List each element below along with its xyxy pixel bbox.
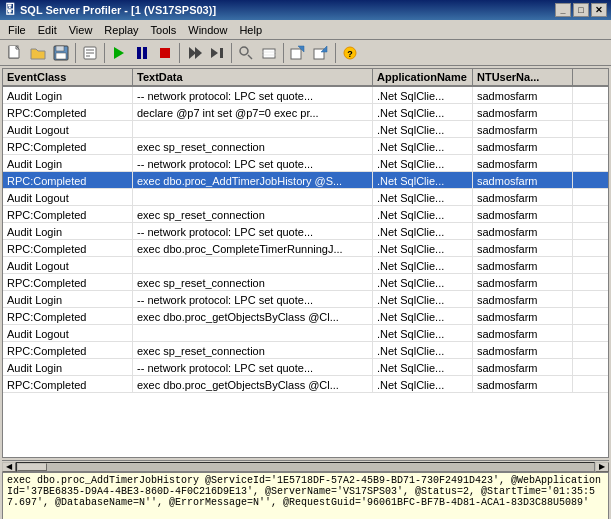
menu-help[interactable]: Help <box>233 22 268 38</box>
detail-text: exec dbo.proc_AddTimerJobHistory @Servic… <box>7 475 601 508</box>
cell-event: Audit Logout <box>3 189 133 205</box>
svg-rect-13 <box>160 48 170 58</box>
cell-user: sadmosfarm <box>473 342 573 358</box>
table-row[interactable]: Audit Logout.Net SqlClie...sadmosfarm <box>3 121 608 138</box>
cell-user: sadmosfarm <box>473 223 573 239</box>
cell-user: sadmosfarm <box>473 291 573 307</box>
cell-user: sadmosfarm <box>473 274 573 290</box>
table-row[interactable]: Audit Login-- network protocol: LPC set … <box>3 223 608 240</box>
toolbar-separator-3 <box>179 43 180 63</box>
table-row[interactable]: RPC:Completedexec dbo.proc_getObjectsByC… <box>3 308 608 325</box>
scroll-track[interactable] <box>16 462 595 472</box>
menu-window[interactable]: Window <box>182 22 233 38</box>
col-header-app[interactable]: ApplicationName <box>373 69 473 85</box>
toolbar-separator-2 <box>104 43 105 63</box>
cell-app: .Net SqlClie... <box>373 87 473 103</box>
import-toolbar-button[interactable] <box>310 42 332 64</box>
detail-area: exec dbo.proc_AddTimerJobHistory @Servic… <box>2 472 609 519</box>
table-row[interactable]: RPC:Completedexec dbo.proc_CompleteTimer… <box>3 240 608 257</box>
table-row[interactable]: Audit Login-- network protocol: LPC set … <box>3 155 608 172</box>
col-header-event[interactable]: EventClass <box>3 69 133 85</box>
table-row[interactable]: RPC:Completedexec sp_reset_connection.Ne… <box>3 138 608 155</box>
app-icon: 🗄 <box>4 3 16 17</box>
col-header-user[interactable]: NTUserNa... <box>473 69 573 85</box>
menu-edit[interactable]: Edit <box>32 22 63 38</box>
cell-event: Audit Login <box>3 155 133 171</box>
svg-line-19 <box>248 55 252 59</box>
svg-marker-10 <box>114 47 124 59</box>
title-bar: 🗄 SQL Server Profiler - [1 (VS17SPS03)] … <box>0 0 611 20</box>
scroll-left-button[interactable]: ◀ <box>2 462 16 472</box>
open-toolbar-button[interactable] <box>27 42 49 64</box>
cell-text <box>133 257 373 273</box>
search-toolbar-button[interactable] <box>235 42 257 64</box>
cell-app: .Net SqlClie... <box>373 308 473 324</box>
table-row[interactable]: RPC:Completedexec dbo.proc_getObjectsByC… <box>3 376 608 393</box>
minimize-button[interactable]: _ <box>555 3 571 17</box>
table-row[interactable]: Audit Logout.Net SqlClie...sadmosfarm <box>3 189 608 206</box>
replay-toolbar-button[interactable] <box>183 42 205 64</box>
menu-tools[interactable]: Tools <box>145 22 183 38</box>
pause-toolbar-button[interactable] <box>131 42 153 64</box>
menu-replay[interactable]: Replay <box>98 22 144 38</box>
cell-user: sadmosfarm <box>473 376 573 392</box>
cell-user: sadmosfarm <box>473 172 573 188</box>
table-row[interactable]: Audit Login-- network protocol: LPC set … <box>3 87 608 104</box>
table-row[interactable]: RPC:Completedexec dbo.proc_AddTimerJobHi… <box>3 172 608 189</box>
save-toolbar-button[interactable] <box>50 42 72 64</box>
maximize-button[interactable]: □ <box>573 3 589 17</box>
cell-event: Audit Login <box>3 87 133 103</box>
start-toolbar-button[interactable] <box>108 42 130 64</box>
cell-user: sadmosfarm <box>473 359 573 375</box>
cell-text <box>133 325 373 341</box>
toolbar: ? <box>0 40 611 66</box>
cell-text <box>133 121 373 137</box>
table-row[interactable]: RPC:Completedexec sp_reset_connection.Ne… <box>3 206 608 223</box>
scroll-right-button[interactable]: ▶ <box>595 462 609 472</box>
cell-event: RPC:Completed <box>3 104 133 120</box>
table-row[interactable]: Audit Logout.Net SqlClie...sadmosfarm <box>3 325 608 342</box>
svg-rect-17 <box>220 48 223 58</box>
svg-marker-15 <box>195 47 202 59</box>
svg-rect-12 <box>143 47 147 59</box>
table-row[interactable]: RPC:Completeddeclare @p7 int set @p7=0 e… <box>3 104 608 121</box>
properties-toolbar-button[interactable] <box>79 42 101 64</box>
cell-event: RPC:Completed <box>3 240 133 256</box>
horizontal-scrollbar[interactable]: ◀ ▶ <box>2 460 609 472</box>
cell-user: sadmosfarm <box>473 206 573 222</box>
step-toolbar-button[interactable] <box>206 42 228 64</box>
table-row[interactable]: RPC:Completedexec sp_reset_connection.Ne… <box>3 342 608 359</box>
toolbar-separator-1 <box>75 43 76 63</box>
col-header-text[interactable]: TextData <box>133 69 373 85</box>
cell-user: sadmosfarm <box>473 155 573 171</box>
svg-point-18 <box>240 47 248 55</box>
cell-text: -- network protocol: LPC set quote... <box>133 223 373 239</box>
cell-app: .Net SqlClie... <box>373 138 473 154</box>
table-row[interactable]: RPC:Completedexec sp_reset_connection.Ne… <box>3 274 608 291</box>
cell-app: .Net SqlClie... <box>373 274 473 290</box>
cell-text: -- network protocol: LPC set quote... <box>133 87 373 103</box>
cell-text: exec dbo.proc_CompleteTimerRunningJ... <box>133 240 373 256</box>
table-row[interactable]: Audit Login-- network protocol: LPC set … <box>3 359 608 376</box>
profiler-grid: EventClass TextData ApplicationName NTUs… <box>2 68 609 458</box>
help-toolbar-button[interactable]: ? <box>339 42 361 64</box>
table-row[interactable]: Audit Login-- network protocol: LPC set … <box>3 291 608 308</box>
close-button[interactable]: ✕ <box>591 3 607 17</box>
export-toolbar-button[interactable] <box>287 42 309 64</box>
cell-user: sadmosfarm <box>473 138 573 154</box>
new-toolbar-button[interactable] <box>4 42 26 64</box>
scroll-thumb[interactable] <box>17 463 47 471</box>
cell-app: .Net SqlClie... <box>373 257 473 273</box>
cell-app: .Net SqlClie... <box>373 342 473 358</box>
grid-body[interactable]: Audit Login-- network protocol: LPC set … <box>3 87 608 453</box>
cell-text: declare @p7 int set @p7=0 exec pr... <box>133 104 373 120</box>
cell-text: -- network protocol: LPC set quote... <box>133 155 373 171</box>
menu-view[interactable]: View <box>63 22 99 38</box>
cell-user: sadmosfarm <box>473 104 573 120</box>
clear-toolbar-button[interactable] <box>258 42 280 64</box>
svg-text:?: ? <box>347 49 353 59</box>
menu-file[interactable]: File <box>2 22 32 38</box>
stop-toolbar-button[interactable] <box>154 42 176 64</box>
grid-header: EventClass TextData ApplicationName NTUs… <box>3 69 608 87</box>
table-row[interactable]: Audit Logout.Net SqlClie...sadmosfarm <box>3 257 608 274</box>
